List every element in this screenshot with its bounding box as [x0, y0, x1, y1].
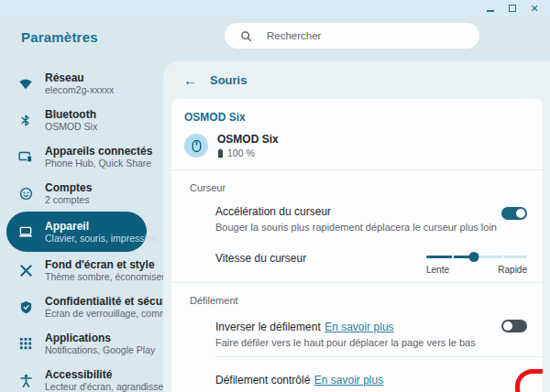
device-name: OSMOD Six: [217, 133, 279, 146]
laptop-icon: [18, 224, 33, 239]
maximize-icon[interactable]: [508, 4, 517, 13]
device-row: OSMOD Six 100 %: [171, 130, 543, 169]
brush-icon: [18, 263, 33, 278]
search-icon: [240, 30, 252, 42]
close-icon[interactable]: ✕: [530, 4, 539, 13]
scroll-section-label: Défilement: [171, 283, 543, 308]
search-placeholder: Rechercher: [267, 30, 321, 41]
sidebar-item-comptes[interactable]: Comptes2 comptes: [0, 175, 163, 212]
bluetooth-icon: [18, 113, 33, 127]
sidebar-item-appareil[interactable]: AppareilClavier, souris, impression: [6, 212, 147, 252]
window-titlebar: ✕: [0, 0, 550, 16]
cursor-speed-row: Vitesse du curseur Lente Rapide: [171, 241, 543, 282]
connected-devices-icon: [18, 149, 33, 164]
controlled-scroll-row: Défilement contrôlé En savoir plus: [171, 357, 543, 392]
inverse-scroll-row: Inverser le défilement En savoir plus Fa…: [171, 308, 543, 356]
battery-level: 100 %: [227, 147, 255, 158]
search-input[interactable]: Rechercher: [225, 23, 479, 49]
accessibility-icon: [18, 373, 33, 387]
mouse-settings-card: OSMOD Six OSMOD Six 100 %: [171, 99, 543, 392]
breadcrumb: ← Souris: [171, 61, 543, 99]
main-panel: ← Souris OSMOD Six OSMOD Six: [163, 61, 550, 392]
sidebar-item-confidentialite[interactable]: Confidentialité et sécuritéÉcran de verr…: [0, 289, 163, 325]
controlled-scroll-title: Défilement contrôlé: [215, 374, 310, 387]
red-annotation-circle: [515, 369, 543, 392]
apps-grid-icon: [18, 336, 33, 351]
account-icon: [18, 186, 33, 201]
page-title: Souris: [210, 73, 247, 87]
back-arrow-icon[interactable]: ←: [183, 73, 197, 87]
shield-icon: [18, 299, 33, 314]
settings-sidebar: Réseauelecom2g-xxxxx BluetoothOSMOD Six …: [0, 61, 163, 392]
battery-icon: [217, 148, 224, 158]
mouse-icon: [184, 134, 208, 158]
app-title: Paramètres: [21, 29, 98, 45]
sidebar-item-fond-ecran[interactable]: Fond d'écran et styleThème sombre, écono…: [0, 252, 163, 289]
inverse-scroll-title: Inverser le défilement: [215, 321, 321, 333]
cursor-acceleration-row: Accélération du curseur Bouger la souris…: [171, 195, 543, 241]
cursor-speed-slider[interactable]: Lente Rapide: [426, 252, 527, 275]
slider-thumb[interactable]: [468, 252, 478, 262]
minimize-icon[interactable]: [486, 4, 495, 13]
inverse-scroll-toggle[interactable]: [501, 320, 527, 332]
app-header: Paramètres Rechercher: [0, 16, 550, 61]
cursor-acceleration-subtitle: Bouger la souris plus rapidement déplace…: [215, 221, 497, 234]
wifi-icon: [18, 76, 33, 91]
inverse-scroll-subtitle: Faire défiler vers le haut pour déplacer…: [215, 336, 476, 349]
device-section-header: OSMOD Six: [171, 99, 543, 130]
sidebar-item-bluetooth[interactable]: BluetoothOSMOD Six: [0, 102, 163, 138]
sidebar-item-reseau[interactable]: Réseauelecom2g-xxxxx: [0, 65, 163, 102]
cursor-acceleration-title: Accélération du curseur: [215, 205, 497, 219]
cursor-acceleration-toggle[interactable]: [501, 207, 527, 220]
slider-max-label: Rapide: [498, 265, 527, 275]
slider-min-label: Lente: [426, 265, 449, 275]
sidebar-item-applications[interactable]: ApplicationsNotifications, Google Play: [0, 325, 163, 362]
inverse-scroll-learn-more-link[interactable]: En savoir plus: [324, 321, 393, 333]
sidebar-item-accessibilite[interactable]: AccessibilitéLecteur d'écran, agrandisse…: [0, 362, 163, 392]
cursor-speed-title: Vitesse du curseur: [215, 252, 306, 266]
cursor-section-label: Curseur: [171, 170, 543, 195]
controlled-scroll-learn-more-link[interactable]: En savoir plus: [314, 374, 383, 387]
sidebar-item-appareils-connectes[interactable]: Appareils connectésPhone Hub, Quick Shar…: [0, 138, 163, 175]
